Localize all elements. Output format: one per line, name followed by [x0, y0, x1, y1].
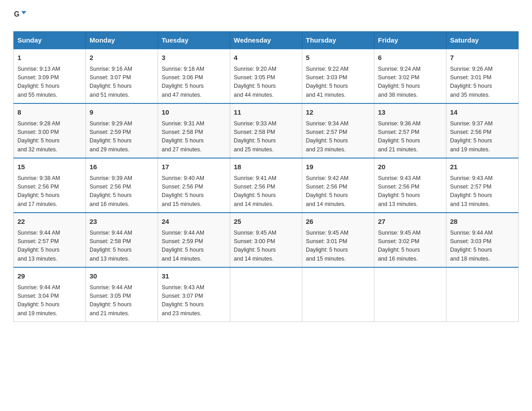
- calendar-cell: 20 Sunrise: 9:43 AM Sunset: 2:56 PM Dayl…: [374, 158, 446, 213]
- day-number: 5: [306, 53, 370, 63]
- calendar-cell: 9 Sunrise: 9:29 AM Sunset: 2:59 PM Dayli…: [86, 103, 158, 158]
- day-number: 12: [306, 107, 370, 118]
- col-header-monday: Monday: [86, 32, 158, 49]
- day-info: Sunrise: 9:34 AM Sunset: 2:57 PM Dayligh…: [306, 120, 370, 154]
- day-number: 24: [162, 217, 226, 227]
- col-header-thursday: Thursday: [302, 32, 374, 49]
- day-number: 30: [90, 271, 154, 282]
- day-number: 29: [17, 271, 82, 282]
- day-info: Sunrise: 9:44 AM Sunset: 3:03 PM Dayligh…: [450, 229, 515, 264]
- day-number: 21: [450, 162, 515, 172]
- day-info: Sunrise: 9:45 AM Sunset: 3:01 PM Dayligh…: [306, 229, 370, 264]
- day-number: 8: [17, 107, 82, 118]
- day-info: Sunrise: 9:44 AM Sunset: 2:58 PM Dayligh…: [90, 229, 154, 264]
- col-header-saturday: Saturday: [446, 32, 519, 49]
- day-number: 17: [162, 162, 226, 172]
- day-info: Sunrise: 9:24 AM Sunset: 3:02 PM Dayligh…: [378, 65, 442, 100]
- day-info: Sunrise: 9:43 AM Sunset: 2:56 PM Dayligh…: [378, 174, 442, 209]
- day-info: Sunrise: 9:42 AM Sunset: 2:56 PM Dayligh…: [306, 174, 370, 209]
- col-header-wednesday: Wednesday: [230, 32, 302, 49]
- calendar-cell: 12 Sunrise: 9:34 AM Sunset: 2:57 PM Dayl…: [302, 103, 374, 158]
- day-info: Sunrise: 9:22 AM Sunset: 3:03 PM Dayligh…: [306, 65, 370, 100]
- calendar-cell: 1 Sunrise: 9:13 AM Sunset: 3:09 PM Dayli…: [14, 49, 86, 103]
- day-number: 14: [450, 107, 515, 118]
- day-number: 19: [306, 162, 370, 172]
- calendar-cell: 18 Sunrise: 9:41 AM Sunset: 2:56 PM Dayl…: [230, 158, 302, 213]
- calendar-week-row: 29 Sunrise: 9:44 AM Sunset: 3:04 PM Dayl…: [14, 267, 519, 322]
- calendar-cell: [446, 267, 519, 322]
- calendar-cell: 11 Sunrise: 9:33 AM Sunset: 2:58 PM Dayl…: [230, 103, 302, 158]
- day-number: 13: [378, 107, 442, 118]
- day-number: 27: [378, 217, 442, 227]
- svg-text:G: G: [14, 10, 19, 18]
- day-number: 25: [234, 217, 298, 227]
- day-number: 4: [234, 53, 298, 63]
- day-info: Sunrise: 9:38 AM Sunset: 2:56 PM Dayligh…: [17, 174, 82, 209]
- day-number: 10: [162, 107, 226, 118]
- calendar-week-row: 22 Sunrise: 9:44 AM Sunset: 2:57 PM Dayl…: [14, 213, 519, 267]
- day-info: Sunrise: 9:13 AM Sunset: 3:09 PM Dayligh…: [17, 65, 82, 100]
- logo: G: [13, 9, 29, 22]
- calendar-cell: [374, 267, 446, 322]
- calendar-cell: 15 Sunrise: 9:38 AM Sunset: 2:56 PM Dayl…: [14, 158, 86, 213]
- day-info: Sunrise: 9:45 AM Sunset: 3:00 PM Dayligh…: [234, 229, 298, 264]
- day-info: Sunrise: 9:40 AM Sunset: 2:56 PM Dayligh…: [162, 174, 226, 209]
- day-number: 18: [234, 162, 298, 172]
- day-info: Sunrise: 9:39 AM Sunset: 2:56 PM Dayligh…: [90, 174, 154, 209]
- calendar-cell: 16 Sunrise: 9:39 AM Sunset: 2:56 PM Dayl…: [86, 158, 158, 213]
- calendar-table: SundayMondayTuesdayWednesdayThursdayFrid…: [13, 31, 519, 322]
- calendar-cell: 4 Sunrise: 9:20 AM Sunset: 3:05 PM Dayli…: [230, 49, 302, 103]
- day-info: Sunrise: 9:44 AM Sunset: 3:04 PM Dayligh…: [17, 283, 82, 318]
- day-info: Sunrise: 9:43 AM Sunset: 3:07 PM Dayligh…: [162, 283, 226, 318]
- day-number: 16: [90, 162, 154, 172]
- logo-icon: G: [13, 9, 27, 22]
- calendar-cell: 24 Sunrise: 9:44 AM Sunset: 2:59 PM Dayl…: [158, 213, 230, 267]
- day-info: Sunrise: 9:44 AM Sunset: 2:57 PM Dayligh…: [17, 229, 82, 264]
- calendar-cell: 31 Sunrise: 9:43 AM Sunset: 3:07 PM Dayl…: [158, 267, 230, 322]
- day-info: Sunrise: 9:20 AM Sunset: 3:05 PM Dayligh…: [234, 65, 298, 100]
- calendar-header-row: SundayMondayTuesdayWednesdayThursdayFrid…: [14, 32, 519, 49]
- day-number: 15: [17, 162, 82, 172]
- calendar-week-row: 8 Sunrise: 9:28 AM Sunset: 3:00 PM Dayli…: [14, 103, 519, 158]
- day-info: Sunrise: 9:16 AM Sunset: 3:07 PM Dayligh…: [90, 65, 154, 100]
- day-number: 7: [450, 53, 515, 63]
- day-number: 3: [162, 53, 226, 63]
- day-info: Sunrise: 9:28 AM Sunset: 3:00 PM Dayligh…: [17, 120, 82, 154]
- calendar-cell: 14 Sunrise: 9:37 AM Sunset: 2:56 PM Dayl…: [446, 103, 519, 158]
- day-number: 20: [378, 162, 442, 172]
- day-info: Sunrise: 9:44 AM Sunset: 2:59 PM Dayligh…: [162, 229, 226, 264]
- calendar-cell: 2 Sunrise: 9:16 AM Sunset: 3:07 PM Dayli…: [86, 49, 158, 103]
- col-header-friday: Friday: [374, 32, 446, 49]
- col-header-tuesday: Tuesday: [158, 32, 230, 49]
- calendar-cell: 27 Sunrise: 9:45 AM Sunset: 3:02 PM Dayl…: [374, 213, 446, 267]
- day-number: 1: [17, 53, 82, 63]
- day-info: Sunrise: 9:37 AM Sunset: 2:56 PM Dayligh…: [450, 120, 515, 154]
- day-info: Sunrise: 9:29 AM Sunset: 2:59 PM Dayligh…: [90, 120, 154, 154]
- calendar-cell: 25 Sunrise: 9:45 AM Sunset: 3:00 PM Dayl…: [230, 213, 302, 267]
- calendar-cell: 6 Sunrise: 9:24 AM Sunset: 3:02 PM Dayli…: [374, 49, 446, 103]
- day-number: 6: [378, 53, 442, 63]
- day-number: 22: [17, 217, 82, 227]
- day-number: 9: [90, 107, 154, 118]
- day-info: Sunrise: 9:18 AM Sunset: 3:06 PM Dayligh…: [162, 65, 226, 100]
- calendar-cell: 10 Sunrise: 9:31 AM Sunset: 2:58 PM Dayl…: [158, 103, 230, 158]
- calendar-week-row: 15 Sunrise: 9:38 AM Sunset: 2:56 PM Dayl…: [14, 158, 519, 213]
- calendar-cell: 29 Sunrise: 9:44 AM Sunset: 3:04 PM Dayl…: [14, 267, 86, 322]
- day-info: Sunrise: 9:26 AM Sunset: 3:01 PM Dayligh…: [450, 65, 515, 100]
- col-header-sunday: Sunday: [14, 32, 86, 49]
- calendar-cell: 3 Sunrise: 9:18 AM Sunset: 3:06 PM Dayli…: [158, 49, 230, 103]
- day-number: 26: [306, 217, 370, 227]
- day-number: 11: [234, 107, 298, 118]
- page-header: G: [13, 9, 519, 22]
- day-info: Sunrise: 9:36 AM Sunset: 2:57 PM Dayligh…: [378, 120, 442, 154]
- calendar-cell: 8 Sunrise: 9:28 AM Sunset: 3:00 PM Dayli…: [14, 103, 86, 158]
- calendar-week-row: 1 Sunrise: 9:13 AM Sunset: 3:09 PM Dayli…: [14, 49, 519, 103]
- day-number: 23: [90, 217, 154, 227]
- calendar-cell: 13 Sunrise: 9:36 AM Sunset: 2:57 PM Dayl…: [374, 103, 446, 158]
- calendar-cell: 23 Sunrise: 9:44 AM Sunset: 2:58 PM Dayl…: [86, 213, 158, 267]
- calendar-cell: 30 Sunrise: 9:44 AM Sunset: 3:05 PM Dayl…: [86, 267, 158, 322]
- day-info: Sunrise: 9:45 AM Sunset: 3:02 PM Dayligh…: [378, 229, 442, 264]
- calendar-cell: 17 Sunrise: 9:40 AM Sunset: 2:56 PM Dayl…: [158, 158, 230, 213]
- calendar-cell: 5 Sunrise: 9:22 AM Sunset: 3:03 PM Dayli…: [302, 49, 374, 103]
- calendar-cell: 7 Sunrise: 9:26 AM Sunset: 3:01 PM Dayli…: [446, 49, 519, 103]
